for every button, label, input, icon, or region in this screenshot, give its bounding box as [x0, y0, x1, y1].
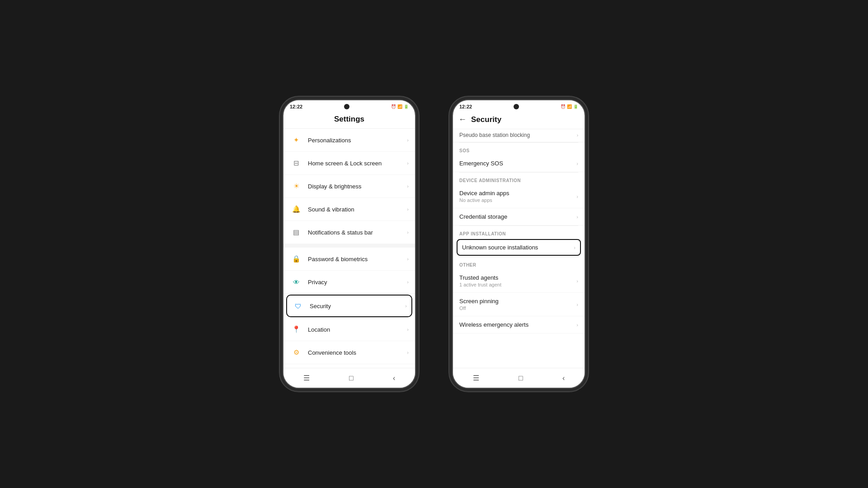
wireless-emergency-item[interactable]: Wireless emergency alerts ›	[453, 316, 585, 333]
trusted-agents-title: Trusted agents	[459, 274, 576, 281]
privacy-icon: 👁	[290, 276, 302, 288]
emergency-sos-title: Emergency SOS	[459, 160, 576, 167]
divider-1	[283, 244, 415, 248]
other-section-header: OTHER	[453, 257, 585, 269]
app-installation-section-header: APP INSTALLATION	[453, 226, 585, 238]
display-icon: ☀	[290, 180, 302, 192]
personalizations-icon: ✦	[290, 134, 302, 146]
chevron-unknown-source: ›	[574, 245, 576, 250]
unknown-source-item[interactable]: Unknown source installations ›	[457, 239, 581, 256]
convenience-label: Convenience tools	[308, 349, 407, 356]
nav-back-2[interactable]: ‹	[557, 371, 570, 385]
security-list: Pseudo base station blocking › SOS Emerg…	[453, 129, 585, 368]
settings-item-battery[interactable]: 🔋 Battery ›	[283, 364, 415, 368]
emergency-sos-content: Emergency SOS	[459, 160, 576, 167]
settings-item-home-screen[interactable]: ⊟ Home screen & Lock screen ›	[283, 152, 415, 175]
nav-bar-2: ☰ □ ‹	[453, 368, 585, 388]
status-icons-2: ⏰ 📶 🔋	[561, 104, 578, 109]
emergency-sos-item[interactable]: Emergency SOS ›	[453, 155, 585, 172]
chevron-pseudo: ›	[577, 133, 578, 138]
chevron-privacy: ›	[407, 279, 409, 285]
trusted-agents-item[interactable]: Trusted agents 1 active trust agent ›	[453, 269, 585, 293]
settings-item-password[interactable]: 🔒 Password & biometrics ›	[283, 248, 415, 271]
device-admin-apps-sub: No active apps	[459, 197, 576, 203]
chevron-password: ›	[407, 256, 409, 262]
location-label: Location	[308, 326, 407, 333]
status-bar-1: 12:22 ⏰ 📶 🔋	[283, 100, 415, 111]
settings-item-sound[interactable]: 🔔 Sound & vibration ›	[283, 198, 415, 221]
security-header: ← Security	[453, 111, 585, 129]
status-icons-1: ⏰ 📶 🔋	[391, 104, 409, 109]
security-icon: 🛡	[292, 300, 304, 312]
unknown-source-title: Unknown source installations	[462, 244, 574, 251]
device-admin-apps-title: Device admin apps	[459, 190, 576, 197]
back-button[interactable]: ←	[458, 115, 467, 124]
chevron-credential-storage: ›	[576, 214, 578, 220]
settings-list: ✦ Personalizations › ⊟ Home screen & Loc…	[283, 129, 415, 368]
pseudo-base-station-label: Pseudo base station blocking	[459, 132, 577, 138]
trusted-agents-sub: 1 active trust agent	[459, 282, 576, 287]
chevron-emergency-sos: ›	[576, 161, 578, 166]
chevron-notifications: ›	[407, 230, 409, 235]
location-icon: 📍	[290, 323, 302, 336]
privacy-label: Privacy	[308, 279, 407, 286]
device-admin-section-header: DEVICE ADMINISTRATION	[453, 173, 585, 185]
settings-page-title: Settings	[283, 111, 415, 129]
chevron-location: ›	[407, 327, 409, 332]
settings-item-privacy[interactable]: 👁 Privacy ›	[283, 271, 415, 294]
credential-storage-title: Credential storage	[459, 213, 576, 220]
time-1: 12:22	[290, 104, 302, 109]
phone-security: 12:22 ⏰ 📶 🔋 ← Security Pseudo base stati…	[452, 99, 585, 389]
settings-item-convenience[interactable]: ⚙ Convenience tools ›	[283, 341, 415, 364]
trusted-agents-content: Trusted agents 1 active trust agent	[459, 274, 576, 287]
pseudo-base-station-item[interactable]: Pseudo base station blocking ›	[453, 129, 585, 142]
notifications-icon: ▤	[290, 226, 302, 239]
battery-icon-2: 🔋	[573, 104, 578, 109]
sound-icon: 🔔	[290, 203, 302, 216]
credential-storage-content: Credential storage	[459, 213, 576, 220]
status-bar-2: 12:22 ⏰ 📶 🔋	[453, 100, 585, 111]
nav-bar-1: ☰ □ ‹	[283, 368, 415, 388]
settings-item-display[interactable]: ☀ Display & brightness ›	[283, 175, 415, 198]
signal-icon: 📶	[397, 104, 402, 109]
chevron-screen-pinning: ›	[576, 302, 578, 307]
display-label: Display & brightness	[308, 183, 407, 190]
device-admin-apps-content: Device admin apps No active apps	[459, 190, 576, 203]
clock-icon: ⏰	[391, 104, 396, 109]
settings-item-security[interactable]: 🛡 Security ›	[286, 295, 412, 317]
settings-item-notifications[interactable]: ▤ Notifications & status bar ›	[283, 221, 415, 244]
nav-home-2[interactable]: □	[513, 371, 528, 385]
nav-menu-1[interactable]: ☰	[298, 371, 315, 385]
notch-1	[344, 104, 349, 109]
credential-storage-item[interactable]: Credential storage ›	[453, 208, 585, 225]
chevron-convenience: ›	[407, 350, 409, 355]
notifications-label: Notifications & status bar	[308, 229, 407, 236]
nav-home-1[interactable]: □	[344, 371, 359, 385]
security-screen: ← Security Pseudo base station blocking …	[453, 111, 585, 368]
wireless-emergency-content: Wireless emergency alerts	[459, 321, 576, 328]
screen-pinning-content: Screen pinning Off	[459, 298, 576, 311]
chevron-trusted-agents: ›	[576, 278, 578, 284]
settings-item-location[interactable]: 📍 Location ›	[283, 318, 415, 341]
chevron-sound: ›	[407, 206, 409, 212]
time-2: 12:22	[459, 104, 472, 109]
screen-pinning-sub: Off	[459, 305, 576, 311]
settings-screen: Settings ✦ Personalizations › ⊟ Home scr…	[283, 111, 415, 368]
personalizations-label: Personalizations	[308, 137, 407, 144]
device-admin-apps-item[interactable]: Device admin apps No active apps ›	[453, 185, 585, 208]
nav-back-1[interactable]: ‹	[387, 371, 401, 385]
security-label: Security	[310, 303, 405, 310]
screen-pinning-title: Screen pinning	[459, 298, 576, 305]
phone-settings: 12:22 ⏰ 📶 🔋 Settings ✦ Personalizations …	[283, 99, 416, 389]
battery-icon-1: 🔋	[404, 104, 409, 109]
security-page-title: Security	[471, 115, 501, 124]
sound-label: Sound & vibration	[308, 206, 407, 213]
password-icon: 🔒	[290, 253, 302, 265]
unknown-source-content: Unknown source installations	[462, 244, 574, 251]
nav-menu-2[interactable]: ☰	[467, 371, 485, 385]
chevron-personalizations: ›	[407, 137, 409, 143]
sos-section-header: SOS	[453, 143, 585, 155]
screen-pinning-item[interactable]: Screen pinning Off ›	[453, 293, 585, 316]
chevron-security: ›	[405, 303, 407, 309]
settings-item-personalizations[interactable]: ✦ Personalizations ›	[283, 129, 415, 152]
